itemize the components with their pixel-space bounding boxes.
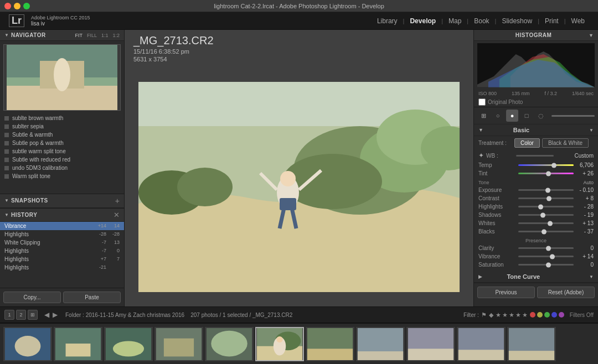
wb-dropdown[interactable]: Custom <box>556 153 594 159</box>
nav-slideshow[interactable]: Slideshow <box>497 16 537 26</box>
nav-book[interactable]: Book <box>470 16 493 26</box>
view-grid-button[interactable]: ⊞ <box>28 310 38 320</box>
auto-button[interactable]: Auto <box>583 180 594 185</box>
bw-treatment-button[interactable]: Black & White <box>542 138 589 148</box>
preset-item[interactable]: undo 5DM3 calibration <box>0 164 124 172</box>
snapshots-header[interactable]: ▼ Snapshots + <box>0 194 124 208</box>
size-1-1[interactable]: 1:1 <box>101 33 109 38</box>
history-item[interactable]: Highlights +7 7 <box>0 255 124 263</box>
original-photo-checkbox[interactable] <box>478 98 486 106</box>
tint-thumb[interactable] <box>546 171 551 176</box>
vibrance-slider[interactable] <box>518 256 574 257</box>
blacks-slider[interactable] <box>518 231 574 232</box>
star-filter[interactable]: ★ ★ ★ ★ ★ <box>496 311 528 319</box>
whites-thumb[interactable] <box>548 221 553 226</box>
prev-photo-arrow[interactable]: ◀ <box>43 311 50 319</box>
spot-heal-tool[interactable]: ○ <box>492 110 504 122</box>
purple-flag[interactable] <box>559 312 564 318</box>
filter-flag-icon[interactable]: ⚑ <box>481 311 487 319</box>
history-clear-button[interactable]: ✕ <box>114 211 120 219</box>
history-item[interactable]: Highlights -7 0 <box>0 247 124 255</box>
exposure-slider[interactable] <box>518 189 574 191</box>
saturation-thumb[interactable] <box>546 262 551 267</box>
clarity-thumb[interactable] <box>546 246 551 251</box>
redeye-tool[interactable]: ● <box>506 110 518 122</box>
green-flag[interactable] <box>544 312 550 318</box>
history-item[interactable]: White Clipping -7 13 <box>0 238 124 247</box>
tool-slider[interactable] <box>551 115 595 117</box>
basic-collapse-icon[interactable]: ▼ <box>478 127 483 133</box>
tone-curve-expand[interactable]: ▼ <box>589 274 594 279</box>
next-photo-arrow[interactable]: ▶ <box>51 311 59 319</box>
highlights-thumb[interactable] <box>538 204 543 209</box>
filmstrip-thumb[interactable] <box>507 327 556 361</box>
whites-slider[interactable] <box>518 222 574 224</box>
reset-button[interactable]: Reset (Adobe) <box>537 287 595 298</box>
saturation-slider[interactable] <box>518 264 574 266</box>
filmstrip-thumb[interactable] <box>154 327 203 361</box>
filmstrip-thumb[interactable] <box>457 327 506 361</box>
tone-curve-icon[interactable]: ▶ <box>478 274 482 279</box>
blacks-thumb[interactable] <box>542 229 547 234</box>
copy-button[interactable]: Copy... <box>3 292 61 303</box>
filmstrip-thumb[interactable] <box>306 327 354 361</box>
size-fit[interactable]: FIT <box>75 33 83 38</box>
history-item[interactable]: Vibrance +14 14 <box>0 222 124 230</box>
preset-item[interactable]: Warm split tone <box>0 172 124 180</box>
filmstrip-thumb[interactable] <box>104 327 153 361</box>
filter-color-icon[interactable]: ◆ <box>489 311 493 319</box>
temp-thumb[interactable] <box>551 163 556 168</box>
filmstrip-thumb[interactable] <box>356 327 405 361</box>
preset-item[interactable]: Subtle & warmth <box>0 131 124 139</box>
snapshots-add-button[interactable]: + <box>115 196 120 205</box>
size-fill[interactable]: FILL <box>87 33 97 38</box>
view-compare-button[interactable]: 2 <box>16 310 26 320</box>
minimize-button[interactable] <box>14 3 20 9</box>
crop-tool[interactable]: ⊞ <box>477 110 489 122</box>
filmstrip-thumb[interactable] <box>3 327 52 361</box>
close-button[interactable] <box>4 3 11 9</box>
nav-web[interactable]: Web <box>567 16 589 26</box>
paste-button[interactable]: Paste <box>63 292 121 303</box>
filmstrip-thumb[interactable] <box>54 327 102 361</box>
contrast-thumb[interactable] <box>547 196 551 201</box>
red-flag[interactable] <box>530 312 535 318</box>
highlights-slider[interactable] <box>518 206 574 207</box>
nav-library[interactable]: Library <box>373 16 402 26</box>
history-header[interactable]: ▼ History ✕ <box>0 209 124 222</box>
view-single-button[interactable]: 1 <box>4 310 14 320</box>
contrast-slider[interactable] <box>518 197 574 199</box>
temp-slider[interactable] <box>518 164 574 166</box>
nav-develop[interactable]: Develop <box>405 16 440 26</box>
preset-item[interactable]: subtle warm split tone <box>0 147 124 155</box>
navigator-header[interactable]: ▼ Navigator FIT FILL 1:1 1:2 <box>0 30 124 41</box>
grad-filter-tool[interactable]: □ <box>520 110 533 122</box>
preset-item[interactable]: Subtle pop & warmth <box>0 139 124 147</box>
filmstrip-thumb[interactable] <box>406 327 455 361</box>
preset-item[interactable]: sublter sepia <box>0 122 124 131</box>
history-item[interactable]: Highlights -28 -28 <box>0 230 124 238</box>
basic-expand-icon[interactable]: ▼ <box>589 128 594 133</box>
shadows-slider[interactable] <box>518 214 574 216</box>
filmstrip-thumb-active[interactable] <box>255 327 304 361</box>
size-1-2[interactable]: 1:2 <box>112 33 120 38</box>
preset-item[interactable]: Subtle with reduced red <box>0 155 124 164</box>
vibrance-thumb[interactable] <box>550 254 555 259</box>
image-area[interactable] <box>125 67 473 306</box>
nav-print[interactable]: Print <box>540 16 563 26</box>
eyedropper-tool[interactable]: ✦ <box>478 152 484 159</box>
fullscreen-button[interactable] <box>23 3 30 9</box>
clarity-slider[interactable] <box>518 247 574 249</box>
shadows-thumb[interactable] <box>540 212 545 217</box>
exposure-thumb[interactable] <box>545 188 550 193</box>
preset-item[interactable]: sublte brown warmth <box>0 114 124 122</box>
color-treatment-button[interactable]: Color <box>514 138 540 148</box>
blue-flag[interactable] <box>551 312 557 318</box>
nav-map[interactable]: Map <box>444 16 466 26</box>
previous-button[interactable]: Previous <box>477 287 535 298</box>
filmstrip-thumb[interactable] <box>205 327 254 361</box>
histogram-expand[interactable]: ▼ <box>589 33 594 38</box>
radial-filter-tool[interactable]: ◌ <box>535 110 547 122</box>
tint-slider[interactable] <box>518 173 574 174</box>
history-item[interactable]: Highlights -21 <box>0 263 124 272</box>
